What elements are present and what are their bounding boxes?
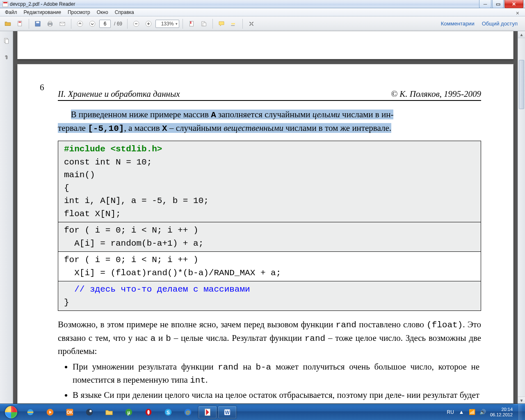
system-tray: RU ▲ 📶 🔊 20:14 06.12.2012 <box>447 407 515 417</box>
svg-text:OK: OK <box>66 410 73 414</box>
document-area[interactable]: 6 II. Хранение и обработка данных © К. П… <box>13 31 518 404</box>
running-header: II. Хранение и обработка данных © К. Пол… <box>58 89 481 101</box>
svg-rect-6 <box>49 25 51 26</box>
start-button[interactable] <box>2 406 20 419</box>
taskbar: OK µ S @ W RU ▲ 📶 🔊 20:14 06.12.2012 <box>0 404 525 420</box>
close-button[interactable]: ✕ <box>504 0 523 8</box>
header-right: © К. Поляков, 1995-2009 <box>391 89 481 99</box>
side-panel <box>0 31 13 404</box>
tool-bookmark-button[interactable] <box>186 18 197 29</box>
create-pdf-button[interactable] <box>15 18 25 29</box>
svg-point-24 <box>89 410 92 412</box>
zoom-select[interactable]: 133% <box>155 20 179 28</box>
page-number-input[interactable] <box>99 20 111 28</box>
header-left: II. Хранение и обработка данных <box>58 89 180 99</box>
svg-text:µ: µ <box>128 409 130 415</box>
page-up-button[interactable] <box>75 18 85 29</box>
svg-rect-18 <box>5 39 9 44</box>
minimize-button[interactable]: ─ <box>479 0 491 8</box>
zoom-in-button[interactable] <box>143 18 154 29</box>
svg-point-23 <box>86 409 93 415</box>
highlight-button[interactable] <box>228 18 239 29</box>
maximize-button[interactable]: ▭ <box>492 0 504 8</box>
scroll-down-arrow[interactable]: ▼ <box>518 397 525 404</box>
tray-flag-icon[interactable]: ▲ <box>458 409 465 415</box>
svg-rect-12 <box>190 21 194 26</box>
windows-orb-icon <box>5 406 17 418</box>
page-number: 6 <box>40 82 44 93</box>
pdf-page: 6 II. Хранение и обработка данных © К. П… <box>17 64 514 404</box>
zoom-out-button[interactable] <box>131 18 142 29</box>
list-item: При умножении результата функции rand на… <box>73 361 481 387</box>
window-title: devcpp_2.pdf - Adobe Reader <box>10 1 75 7</box>
taskbar-skype-icon[interactable]: S <box>159 406 177 418</box>
menu-edit[interactable]: Редактирование <box>21 9 64 16</box>
taskbar-ok-icon[interactable]: OK <box>61 406 79 418</box>
tool-rotate-button[interactable] <box>199 18 209 29</box>
taskbar-media-icon[interactable] <box>41 406 59 418</box>
scroll-thumb[interactable] <box>519 60 524 109</box>
language-indicator[interactable]: RU <box>447 409 454 415</box>
menu-file[interactable]: Файл <box>2 9 21 16</box>
svg-rect-16 <box>231 23 235 24</box>
code-block: #include <stdlib.h> const int N = 10; ma… <box>58 141 481 311</box>
svg-text:@: @ <box>186 409 190 414</box>
svg-rect-15 <box>203 23 206 26</box>
taskbar-opera-icon[interactable] <box>139 406 158 418</box>
svg-rect-1 <box>18 21 21 22</box>
svg-rect-3 <box>36 21 39 23</box>
taskbar-reader-icon[interactable] <box>199 406 217 418</box>
taskbar-utorrent-icon[interactable]: µ <box>120 406 138 418</box>
page-total-label: / 69 <box>112 21 124 27</box>
taskbar-steam-icon[interactable] <box>80 406 98 418</box>
svg-text:W: W <box>225 409 230 415</box>
tray-volume-icon[interactable]: 🔊 <box>479 409 486 415</box>
menu-bar: Файл Редактирование Просмотр Окно Справк… <box>0 8 525 16</box>
taskbar-ie-icon[interactable] <box>21 406 39 418</box>
print-button[interactable] <box>45 18 55 29</box>
bullet-list: При умножении результата функции rand на… <box>73 361 481 404</box>
svg-rect-13 <box>190 21 191 24</box>
menu-view[interactable]: Просмотр <box>64 9 94 16</box>
paragraph-explain: Возможно, в этом примере не вполне ясно,… <box>58 318 481 358</box>
share-panel-link[interactable]: Общий доступ <box>482 21 518 27</box>
scroll-up-arrow[interactable]: ▲ <box>518 31 525 38</box>
pdf-file-icon <box>2 1 8 7</box>
read-mode-button[interactable] <box>246 18 257 29</box>
taskbar-mail-icon[interactable]: @ <box>179 406 197 418</box>
open-file-button[interactable] <box>2 18 13 29</box>
menu-help[interactable]: Справка <box>112 9 137 16</box>
page-down-button[interactable] <box>87 18 98 29</box>
menu-window[interactable]: Окно <box>94 9 112 16</box>
window-titlebar: devcpp_2.pdf - Adobe Reader ─ ▭ ✕ <box>0 0 525 8</box>
comments-panel-link[interactable]: Комментарии <box>441 21 475 27</box>
tray-network-icon[interactable]: 📶 <box>469 409 475 415</box>
workspace: 6 II. Хранение и обработка данных © К. П… <box>0 31 525 404</box>
save-button[interactable] <box>32 18 43 29</box>
toolbar: / 69 133% Комментарии Общий доступ <box>0 16 525 31</box>
show-desktop-button[interactable] <box>518 404 523 420</box>
svg-point-8 <box>77 21 83 27</box>
svg-rect-5 <box>49 21 51 23</box>
previous-page-edge <box>17 31 514 59</box>
taskbar-explorer-icon[interactable] <box>100 406 118 418</box>
taskbar-word-icon[interactable]: W <box>218 406 236 418</box>
menubar-close-icon[interactable]: × <box>513 9 523 17</box>
attachments-icon[interactable] <box>2 52 11 62</box>
clock[interactable]: 20:14 06.12.2012 <box>490 407 513 417</box>
vertical-scrollbar[interactable]: ▲ ▼ <box>518 31 525 404</box>
thumbnails-icon[interactable] <box>2 36 11 46</box>
comment-button[interactable] <box>216 18 227 29</box>
svg-text:S: S <box>167 409 170 415</box>
svg-point-9 <box>89 21 95 27</box>
svg-point-28 <box>147 410 150 414</box>
paragraph-intro: В приведенном ниже примере массив A запо… <box>58 108 481 135</box>
email-button[interactable] <box>57 18 68 29</box>
list-item: В языке Си при делении целого числа на ц… <box>73 389 481 404</box>
